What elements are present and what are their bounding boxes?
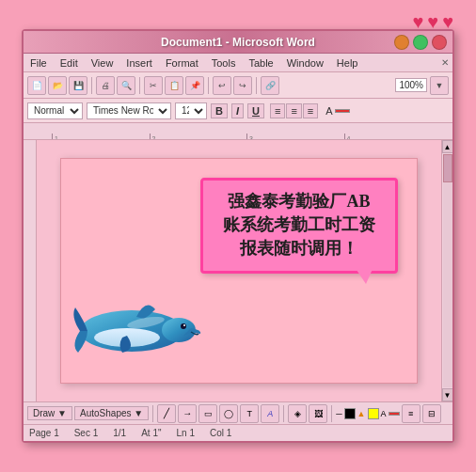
autoshapes-button[interactable]: AutoShapes ▼: [74, 406, 149, 420]
menu-view[interactable]: View: [88, 56, 117, 70]
font-color-btn-label: A: [381, 409, 387, 418]
draw-separator-3: [331, 405, 332, 422]
line-tool[interactable]: ╱: [157, 404, 176, 423]
bold-button[interactable]: B: [211, 103, 228, 118]
style-select[interactable]: Normal: [27, 102, 83, 119]
window-title: Document1 - Microsoft Word: [161, 36, 315, 49]
heart-icon-2: ♥: [427, 11, 438, 33]
status-col: Col 1: [210, 428, 231, 438]
scroll-up-button[interactable]: ▲: [442, 140, 453, 153]
ruler-mark-3: 3: [246, 134, 344, 139]
close-doc-button[interactable]: ✕: [441, 57, 449, 68]
diagram-tool[interactable]: ◈: [288, 404, 307, 423]
separator-4: [256, 77, 257, 94]
hyperlink-button[interactable]: 🔗: [261, 76, 279, 95]
title-bar-buttons: [394, 35, 447, 50]
italic-button[interactable]: I: [231, 103, 244, 118]
new-button[interactable]: 📄: [27, 76, 46, 95]
line-style-button[interactable]: ≡: [402, 404, 420, 423]
menu-format[interactable]: Format: [163, 56, 201, 70]
heart-icon-3: ♥: [442, 11, 453, 33]
ruler: 1 2 3 4: [24, 123, 452, 140]
font-select[interactable]: Times New Roman: [87, 102, 171, 119]
menu-table[interactable]: Table: [246, 56, 276, 70]
maximize-button[interactable]: [413, 35, 428, 50]
draw-dropdown-button[interactable]: Draw ▼: [27, 406, 72, 420]
status-fraction: 1/1: [113, 428, 126, 438]
font-size-select[interactable]: 12: [175, 102, 207, 119]
print-button[interactable]: 🖨: [96, 76, 115, 95]
fill-color-picker[interactable]: [368, 408, 379, 419]
menu-file[interactable]: File: [27, 56, 50, 70]
oval-tool[interactable]: ◯: [219, 404, 238, 423]
ruler-mark-1: 1: [52, 134, 150, 139]
save-button[interactable]: 💾: [69, 76, 87, 95]
arrow-tool[interactable]: →: [178, 404, 197, 423]
svg-point-3: [181, 323, 186, 329]
ruler-mark-4: 4: [344, 134, 442, 139]
speech-bubble: 强鑫泰考勤验厂AB账系统考勤工时工资报表随时调用！: [200, 178, 398, 274]
menu-bar: File Edit View Insert Format Tools Table…: [24, 54, 452, 72]
status-bar: Page 1 Sec 1 1/1 At 1" Ln 1 Col 1: [24, 424, 452, 441]
dolphin-image: [71, 289, 202, 364]
vertical-scrollbar[interactable]: ▲ ▼: [441, 140, 452, 401]
font-color-label: A: [325, 105, 332, 117]
ruler-mark-2: 2: [150, 134, 247, 139]
font-color-indicator: [335, 109, 350, 113]
menu-tools[interactable]: Tools: [209, 56, 239, 70]
zoom-dropdown[interactable]: ▼: [430, 76, 449, 95]
close-button[interactable]: [432, 35, 447, 50]
draw-separator: [152, 405, 153, 422]
line-color-label: ─: [336, 409, 341, 418]
preview-button[interactable]: 🔍: [117, 76, 135, 95]
svg-point-4: [183, 324, 185, 326]
status-ln: Ln 1: [177, 428, 195, 438]
document-page[interactable]: 强鑫泰考勤验厂AB账系统考勤工时工资报表随时调用！: [60, 158, 418, 384]
status-section: Sec 1: [74, 428, 99, 438]
zoom-display: 100%: [395, 78, 427, 92]
textbox-tool[interactable]: T: [240, 404, 259, 423]
minimize-button[interactable]: [394, 35, 409, 50]
cut-button[interactable]: ✂: [144, 76, 163, 95]
speech-bubble-text: 强鑫泰考勤验厂AB账系统考勤工时工资报表随时调用！: [214, 190, 384, 261]
draw-separator-2: [283, 405, 284, 422]
undo-button[interactable]: ↩: [213, 76, 231, 95]
menu-edit[interactable]: Edit: [57, 56, 81, 70]
title-bar: Document1 - Microsoft Word: [24, 31, 452, 54]
clip-art-tool[interactable]: 🖼: [309, 404, 327, 423]
align-center-button[interactable]: ≡: [286, 103, 301, 118]
copy-button[interactable]: 📋: [165, 76, 183, 95]
separator-3: [208, 77, 209, 94]
menu-insert[interactable]: Insert: [123, 56, 155, 70]
status-at: At 1": [141, 428, 161, 438]
format-bar: Normal Times New Roman 12 B I U ≡ ≡ ≡ A: [24, 99, 452, 123]
scrollbar-thumb[interactable]: [443, 154, 452, 182]
heart-icon-1: ♥: [412, 11, 423, 33]
wordart-tool[interactable]: A: [261, 404, 279, 423]
left-ruler: [24, 140, 37, 401]
menu-help[interactable]: Help: [334, 56, 361, 70]
rectangle-tool[interactable]: ▭: [198, 404, 217, 423]
align-left-draw[interactable]: ⊟: [422, 404, 441, 423]
line-color-picker[interactable]: [344, 408, 356, 419]
scroll-down-button[interactable]: ▼: [442, 388, 453, 401]
redo-button[interactable]: ↪: [233, 76, 252, 95]
separator-1: [91, 77, 92, 94]
standard-toolbar: 📄 📂 💾 🖨 🔍 ✂ 📋 📌 ↩ ↪ 🔗 100% ▼: [24, 72, 452, 99]
fill-color-label: ▲: [357, 409, 366, 418]
page-area[interactable]: 强鑫泰考勤验厂AB账系统考勤工时工资报表随时调用！: [37, 140, 441, 401]
scrollbar-track[interactable]: [443, 154, 452, 387]
menu-window[interactable]: Window: [284, 56, 326, 70]
drawing-toolbar: Draw ▼ AutoShapes ▼ ╱ → ▭ ◯ T A ◈ 🖼 ─ ▲ …: [24, 401, 452, 424]
status-page: Page 1: [29, 428, 59, 438]
paste-button[interactable]: 📌: [185, 76, 204, 95]
underline-button[interactable]: U: [247, 103, 264, 118]
font-color-picker[interactable]: [389, 412, 400, 416]
align-left-button[interactable]: ≡: [270, 103, 285, 118]
document-area: 强鑫泰考勤验厂AB账系统考勤工时工资报表随时调用！: [24, 140, 452, 401]
open-button[interactable]: 📂: [48, 76, 67, 95]
separator-2: [139, 77, 140, 94]
align-right-button[interactable]: ≡: [303, 103, 318, 118]
ruler-marks: 1 2 3 4: [52, 123, 441, 139]
ms-word-window: Document1 - Microsoft Word File Edit Vie…: [22, 29, 454, 443]
